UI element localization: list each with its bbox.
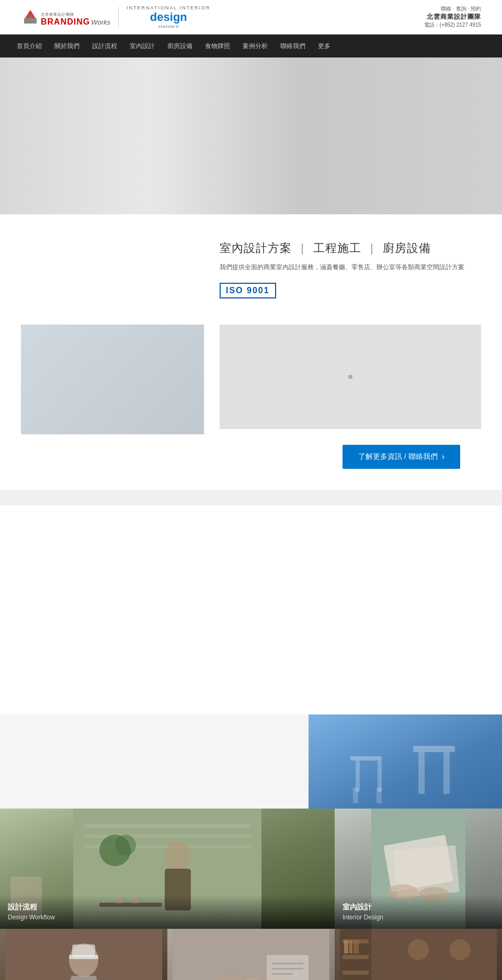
design-word-2: gn <box>173 10 187 24</box>
logo-subtitle-cn: 北雲商業設計團隊 <box>41 12 110 17</box>
svg-rect-52 <box>344 940 348 953</box>
card-interior-overlay: 室內設計 Interior Design <box>335 895 502 929</box>
nav-about[interactable]: 關於我們 <box>48 34 86 57</box>
header: 北雲商業設計團隊 BRANDING Works INTERNATIONAL IN… <box>0 0 502 34</box>
card-interior-en: Interior Design <box>343 914 494 921</box>
svg-rect-12 <box>418 752 425 794</box>
card-interior-cn: 室內設計 <box>343 903 494 912</box>
cta-label: 了解更多資訊 / 聯絡我們 <box>358 452 438 462</box>
iso-badge: ISO 9001 <box>220 283 276 298</box>
hero-banner <box>0 57 502 214</box>
main-content: 室內設計方案 | 工程施工 | 廚房設備 我們提供全面的商業室內設計服務，涵蓋餐… <box>0 214 502 490</box>
design-logo[interactable]: INTERNATIONAL INTERIOR design standard <box>127 5 211 29</box>
logo-divider <box>118 7 119 28</box>
side-image-panel <box>21 325 204 434</box>
contact-info: 聯絡 · 查詢 · 預約 北雲商業設計團隊 電話：(+852) 2127 491… <box>424 5 481 29</box>
cta-button[interactable]: 了解更多資訊 / 聯絡我們 › <box>343 445 460 469</box>
card-workflow-en: Design Workflow <box>8 914 327 921</box>
heading-part3: 廚房設備 <box>383 241 431 255</box>
svg-rect-43 <box>272 968 303 970</box>
blue-strip-row <box>0 714 502 809</box>
svg-rect-44 <box>272 973 293 975</box>
card-cases-image <box>335 929 502 980</box>
nav-more[interactable]: 更多 <box>312 34 337 57</box>
contact-label: 聯絡 · 查詢 · 預約 <box>424 5 481 13</box>
nav-kitchen[interactable]: 廚房設備 <box>161 34 199 57</box>
card-licensing-image <box>167 929 335 980</box>
svg-rect-48 <box>343 955 369 959</box>
svg-rect-13 <box>443 752 450 794</box>
card-case-studies[interactable]: 案例分析 Case Studies <box>335 929 502 980</box>
svg-rect-34 <box>71 976 97 980</box>
card-workflow-cn: 設計流程 <box>8 903 327 912</box>
main-heading: 室內設計方案 | 工程施工 | 廚房設備 <box>220 240 481 256</box>
svg-rect-54 <box>353 940 359 953</box>
cards-row-1: 設計流程 Design Workflow 室內設計 Interior Desig… <box>0 809 502 929</box>
handshake-scene <box>167 929 335 980</box>
card-kitchen-image <box>0 929 167 980</box>
cards-row-2: 廚房設備 Kitchen Equipments <box>0 929 502 980</box>
nav-design-flow[interactable]: 設計流程 <box>86 34 123 57</box>
card-food-licensing[interactable]: 食物牌照 Food Licensing <box>167 929 335 980</box>
svg-rect-7 <box>356 760 360 792</box>
design-word-1: desi <box>150 10 173 24</box>
navigation: 首頁介紹 關於我們 設計流程 室內設計 廚房設備 食物牌照 案例分析 聯絡我們 … <box>0 34 502 57</box>
svg-rect-8 <box>378 760 382 792</box>
separator1: | <box>301 241 308 255</box>
nav-contact[interactable]: 聯絡我們 <box>274 34 312 57</box>
branding-logo[interactable]: 北雲商業設計團隊 BRANDING Works <box>21 8 110 27</box>
media-box[interactable] <box>220 325 481 429</box>
svg-rect-49 <box>343 971 369 975</box>
svg-rect-9 <box>353 788 358 803</box>
svg-rect-4 <box>29 19 31 22</box>
svg-point-21 <box>115 835 136 856</box>
nav-food-license[interactable]: 食物牌照 <box>199 34 236 57</box>
svg-rect-41 <box>267 955 309 980</box>
hero-background <box>0 57 502 214</box>
blue-image-strip <box>309 714 502 809</box>
svg-rect-15 <box>84 824 251 827</box>
card-interior-design[interactable]: 室內設計 Interior Design <box>335 809 502 929</box>
nav-home[interactable]: 首頁介紹 <box>10 34 48 57</box>
restaurant-scene <box>335 929 502 980</box>
svg-rect-33 <box>69 955 98 959</box>
svg-rect-42 <box>272 963 303 964</box>
cta-area: 了解更多資訊 / 聯絡我們 › <box>21 445 460 469</box>
brand-name: BRANDING <box>41 17 90 27</box>
logo-area: 北雲商業設計團隊 BRANDING Works INTERNATIONAL IN… <box>21 5 211 29</box>
svg-rect-11 <box>413 746 455 752</box>
svg-point-58 <box>450 939 471 960</box>
svg-point-57 <box>408 939 429 960</box>
heading-part2: 工程施工 <box>313 241 361 255</box>
services-section <box>0 505 502 714</box>
chair-illustration <box>309 714 502 809</box>
card-design-workflow[interactable]: 設計流程 Design Workflow <box>0 809 335 929</box>
content-right-panel: 室內設計方案 | 工程施工 | 廚房設備 我們提供全面的商業室內設計服務，涵蓋餐… <box>220 240 481 314</box>
media-play-indicator <box>348 375 352 379</box>
svg-rect-53 <box>349 940 352 953</box>
svg-rect-3 <box>26 19 28 22</box>
svg-rect-5 <box>32 19 35 22</box>
section-divider <box>0 490 502 505</box>
cards-wrapper: 設計流程 Design Workflow 室內設計 Interior Desig… <box>0 714 502 980</box>
phone-number: 電話：(+852) 2127 4915 <box>424 21 481 29</box>
design-logo-bottom: standard <box>158 24 179 29</box>
svg-point-18 <box>165 841 191 870</box>
chevron-right-icon: › <box>442 452 444 462</box>
design-logo-top: INTERNATIONAL INTERIOR <box>127 5 211 10</box>
svg-rect-10 <box>376 788 382 803</box>
nav-case-studies[interactable]: 案例分析 <box>236 34 274 57</box>
heading-part1: 室內設計方案 <box>220 241 292 255</box>
card-kitchen[interactable]: 廚房設備 Kitchen Equipments <box>0 929 167 980</box>
company-name: 北雲商業設計團隊 <box>424 13 481 21</box>
chef-scene <box>0 929 167 980</box>
separator2: | <box>370 241 378 255</box>
nav-interior[interactable]: 室內設計 <box>123 34 161 57</box>
brand-suffix: Works <box>91 18 110 26</box>
card-workflow-overlay: 設計流程 Design Workflow <box>0 895 335 929</box>
design-logo-main: design <box>150 10 187 24</box>
svg-rect-6 <box>350 756 382 760</box>
services-content <box>21 537 481 694</box>
logo-icon <box>21 8 40 27</box>
main-description: 我們提供全面的商業室內設計服務，涵蓋餐廳、零售店、辦公室等各類商業空間設計方案 <box>220 262 481 272</box>
